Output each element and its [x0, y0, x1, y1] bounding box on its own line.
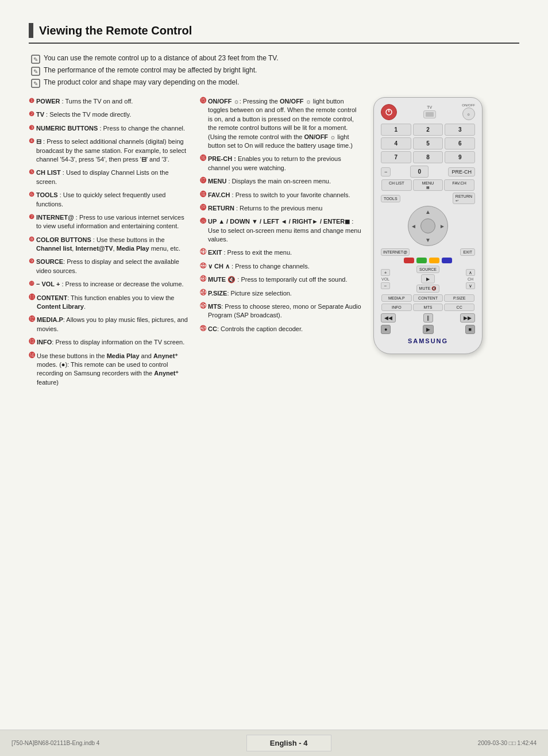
num-btn-2[interactable]: 2 — [413, 124, 443, 136]
desc-menu: ⓱ MENU : Displays the main on-screen men… — [200, 177, 362, 186]
dpad-left[interactable]: ◄ — [411, 223, 416, 229]
menu-button[interactable]: MENU▦ — [413, 179, 443, 191]
notes-section: ✎ You can use the remote control up to a… — [31, 54, 519, 88]
num-btn-4[interactable]: 4 — [381, 137, 411, 149]
play-button[interactable]: ▶ — [423, 325, 434, 334]
desc-num-19: ⓳ — [200, 204, 206, 211]
chlist-button[interactable]: CH LIST — [381, 179, 412, 191]
transport-row-2: ● ▶ ■ — [381, 325, 475, 334]
dpad[interactable]: ▲ ▼ ◄ ► — [408, 206, 448, 246]
dpad-up[interactable]: ▲ — [425, 209, 431, 215]
desc-text-18: FAV.CH : Press to switch to your favorit… — [208, 191, 350, 199]
desc-prech: ⓰ PRE-CH : Enables you to return to the … — [200, 155, 362, 172]
page-footer: [750-NA]BN68-02111B-Eng.indb 4 English -… — [0, 730, 548, 756]
internet-button[interactable]: INTERNET@ — [381, 248, 410, 256]
desc-power: ❶ POWER : Turns the TV on and off. — [29, 97, 191, 106]
vol-down-btn[interactable]: − — [381, 282, 390, 289]
rewind-button[interactable]: ◀◀ — [381, 313, 396, 323]
dpad-right[interactable]: ► — [439, 223, 445, 229]
footer-left: [750-NA]BN68-02111B-Eng.indb 4 — [11, 740, 99, 746]
content-button[interactable]: CONTENT — [413, 294, 443, 302]
ok-button[interactable]: ▶ — [421, 274, 435, 283]
desc-num-16: ⓰ — [200, 155, 206, 162]
num-btn-9[interactable]: 9 — [445, 151, 475, 163]
note-2: ✎ The performance of the remote control … — [31, 66, 519, 76]
color-btn-yellow[interactable] — [429, 258, 439, 263]
mute-button[interactable]: MUTE 🔇 — [416, 285, 440, 293]
desc-numeric: ❸ NUMERIC BUTTONS : Press to change the … — [29, 124, 191, 133]
psize-button[interactable]: P.SIZE — [444, 294, 474, 302]
fast-forward-button[interactable]: ▶▶ — [460, 313, 475, 323]
desc-text-16: PRE-CH : Enables you to return to the pr… — [208, 155, 362, 172]
color-btn-red[interactable] — [404, 258, 414, 263]
dash-button[interactable]: − — [381, 167, 391, 176]
desc-text-7: INTERNET@ : Press to use various interne… — [36, 213, 191, 231]
note-icon-2: ✎ — [31, 67, 40, 76]
desc-text-2: TV : Selects the TV mode directly. — [36, 110, 131, 119]
zero-row: − 0 PRE-CH — [381, 166, 475, 178]
power-button[interactable] — [381, 104, 397, 120]
desc-ch-change: ㉒ ∨ CH ∧ : Press to change channels. — [200, 262, 362, 271]
tv-button[interactable] — [423, 110, 436, 118]
info-button[interactable]: INFO — [381, 304, 412, 311]
desc-text-15: ON/OFF ☼: Pressing the ON/OFF ☼ light bu… — [208, 97, 362, 150]
numpad: 1 2 3 4 5 6 7 8 9 — [381, 124, 475, 163]
dpad-enter[interactable] — [420, 218, 435, 233]
num-btn-3[interactable]: 3 — [445, 124, 475, 136]
footer-right: 2009-03-30 □□ 1:42:44 — [478, 740, 537, 746]
color-btn-blue[interactable] — [442, 258, 452, 263]
desc-text-6: TOOLS : Use to quickly select frequently… — [36, 191, 191, 209]
desc-text-5: CH LIST : Used to display Channel Lists … — [36, 168, 191, 186]
note-3: ✎ The product color and shape may vary d… — [31, 78, 519, 88]
desc-mediap: ⓬ MEDIA.P: Allows you to play music file… — [29, 316, 191, 333]
onoff-button[interactable]: ☼ — [462, 108, 475, 120]
remote-control: TV ON/OFF ☼ 1 2 3 4 5 — [373, 97, 483, 354]
return-button[interactable]: RETURN↩ — [453, 193, 475, 204]
mediap-button[interactable]: MEDIA.P — [381, 294, 412, 302]
num-btn-5[interactable]: 5 — [413, 137, 443, 149]
color-btn-green[interactable] — [416, 258, 427, 263]
desc-text-11: CONTENT: This function enables you to vi… — [37, 294, 191, 312]
note-text-2: The performance of the remote control ma… — [44, 66, 257, 74]
dpad-down[interactable]: ▼ — [425, 237, 431, 243]
desc-favch: ⓲ FAV.CH : Press to switch to your favor… — [200, 191, 362, 199]
vol-up-btn[interactable]: + — [381, 269, 390, 276]
desc-num-26: ㉖ — [200, 325, 206, 332]
ch-down-btn[interactable]: ∨ — [466, 282, 475, 289]
num-btn-8[interactable]: 8 — [413, 151, 443, 163]
note-icon-3: ✎ — [31, 79, 40, 88]
record-button[interactable]: ● — [381, 325, 391, 334]
desc-num-25: ㉕ — [200, 302, 206, 309]
ch-label: CH — [468, 277, 473, 281]
pause-button[interactable]: ‖ — [423, 313, 433, 323]
desc-text-22: ∨ CH ∧ : Press to change channels. — [208, 262, 310, 271]
desc-info: ⓭ INFO: Press to display information on … — [29, 338, 191, 347]
desc-text-23: MUTE 🔇 : Press to temporarily cut off th… — [208, 275, 347, 284]
ch-group: ∧ CH ∨ — [466, 269, 475, 289]
source-button[interactable]: SOURCE — [416, 266, 439, 273]
svg-text:✎: ✎ — [33, 56, 38, 63]
desc-num-17: ⓱ — [200, 177, 206, 184]
exit-button[interactable]: EXIT — [460, 248, 475, 256]
desc-text-10: − VOL + : Press to increase or decrease … — [36, 280, 184, 289]
vol-group: + VOL − — [381, 269, 390, 289]
desc-internet: ❼ INTERNET@ : Press to use various inter… — [29, 213, 191, 231]
mts-button[interactable]: MTS — [413, 304, 443, 311]
ch-up-btn[interactable]: ∧ — [466, 269, 475, 276]
num-btn-6[interactable]: 6 — [445, 137, 475, 149]
num-btn-0[interactable]: 0 — [410, 166, 429, 178]
remote-container: TV ON/OFF ☼ 1 2 3 4 5 — [368, 97, 488, 354]
favch-button[interactable]: FAV.CH — [444, 179, 474, 191]
stop-button[interactable]: ■ — [465, 325, 475, 334]
note-text-1: You can use the remote control up to a d… — [44, 54, 279, 62]
desc-num-9: ❾ — [29, 258, 34, 265]
cc-button[interactable]: CC — [444, 304, 474, 311]
footer-center: English - 4 — [246, 735, 331, 751]
prech-button[interactable]: PRE-CH — [448, 167, 475, 176]
desc-tv: ❷ TV : Selects the TV mode directly. — [29, 110, 191, 119]
num-btn-7[interactable]: 7 — [381, 151, 411, 163]
num-btn-1[interactable]: 1 — [381, 124, 411, 136]
note-text-3: The product color and shape may vary dep… — [44, 78, 239, 86]
desc-anynet: ⓮ Use these buttons in the Media Play an… — [29, 352, 191, 387]
tools-button[interactable]: TOOLS — [381, 195, 400, 202]
